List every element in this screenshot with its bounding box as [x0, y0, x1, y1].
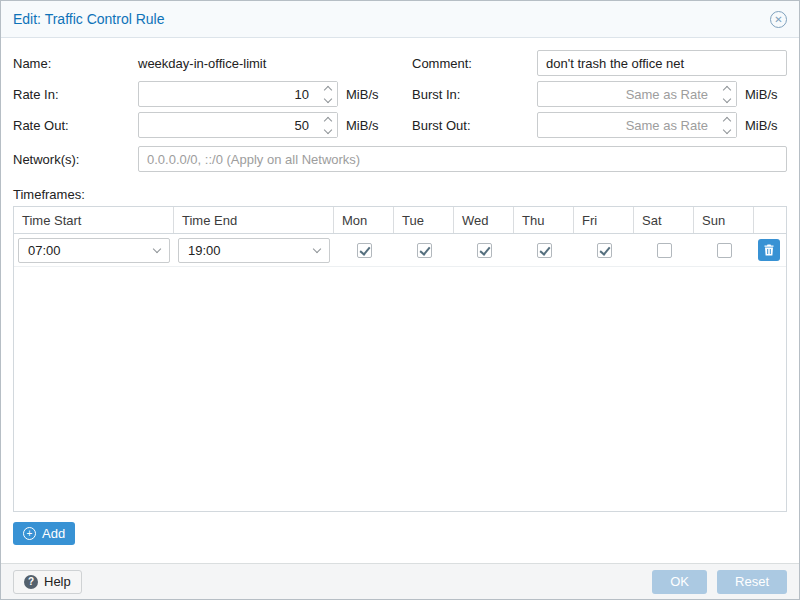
burst-in-spin-buttons[interactable]	[717, 82, 736, 106]
time-end-value: 19:00	[188, 243, 221, 258]
checkbox-mon[interactable]	[357, 243, 372, 258]
help-button-label: Help	[44, 574, 71, 589]
rate-in-input[interactable]	[138, 81, 338, 107]
reset-button[interactable]: Reset	[717, 570, 787, 594]
time-start-combo[interactable]: 07:00	[18, 238, 170, 263]
checkbox-fri[interactable]	[597, 243, 612, 258]
ok-button[interactable]: OK	[652, 570, 707, 594]
timeframes-label: Timeframes:	[13, 184, 787, 204]
timeframes-grid-empty-area	[14, 267, 786, 511]
name-field-row: Name: weekday-in-office-limit	[13, 50, 388, 76]
rate-in-spin-buttons[interactable]	[318, 82, 337, 106]
timeframes-grid-header: Time Start Time End Mon Tue Wed Thu Fri …	[14, 207, 786, 234]
spinner-down-icon[interactable]	[717, 125, 736, 137]
time-end-cell: 19:00	[174, 234, 334, 266]
plus-circle-icon	[23, 527, 36, 540]
comment-field-row: Comment:	[412, 50, 787, 76]
rate-out-spinner[interactable]	[138, 112, 338, 138]
dialog-body: Name: weekday-in-office-limit Comment: R…	[1, 38, 799, 563]
time-start-cell: 07:00	[14, 234, 174, 266]
rate-in-spinner[interactable]	[138, 81, 338, 107]
column-header-time-start[interactable]: Time Start	[14, 207, 174, 233]
networks-label: Network(s):	[13, 152, 138, 167]
column-header-sat[interactable]: Sat	[634, 207, 694, 233]
burst-out-spin-buttons[interactable]	[717, 113, 736, 137]
rate-out-spin-buttons[interactable]	[318, 113, 337, 137]
comment-input[interactable]	[537, 50, 787, 76]
burst-out-label: Burst Out:	[412, 118, 537, 133]
checkbox-sun[interactable]	[717, 243, 732, 258]
chevron-down-icon	[153, 244, 161, 252]
column-header-mon[interactable]: Mon	[334, 207, 394, 233]
spinner-down-icon[interactable]	[318, 94, 337, 106]
rate-out-input[interactable]	[138, 112, 338, 138]
time-start-value: 07:00	[28, 243, 61, 258]
column-header-time-end[interactable]: Time End	[174, 207, 334, 233]
spinner-up-icon[interactable]	[717, 113, 736, 125]
networks-field-row: Network(s):	[13, 146, 787, 172]
chevron-down-icon	[313, 244, 321, 252]
column-header-actions	[754, 207, 786, 233]
spinner-down-icon[interactable]	[318, 125, 337, 137]
burst-out-input[interactable]	[537, 112, 737, 138]
row-actions-cell	[754, 234, 788, 266]
spinner-up-icon[interactable]	[318, 82, 337, 94]
time-end-combo[interactable]: 19:00	[178, 238, 330, 263]
burst-in-label: Burst In:	[412, 87, 537, 102]
edit-traffic-control-rule-dialog: Edit: Traffic Control Rule Name: weekday…	[0, 0, 800, 600]
spinner-up-icon[interactable]	[717, 82, 736, 94]
question-circle-icon	[24, 575, 38, 589]
timeframe-row: 07:00 19:00	[14, 234, 786, 267]
burst-out-unit: MiB/s	[745, 118, 778, 133]
delete-row-button[interactable]	[758, 239, 780, 261]
name-value: weekday-in-office-limit	[138, 56, 266, 71]
burst-in-input[interactable]	[537, 81, 737, 107]
column-header-wed[interactable]: Wed	[454, 207, 514, 233]
timeframes-grid: Time Start Time End Mon Tue Wed Thu Fri …	[13, 206, 787, 512]
spinner-up-icon[interactable]	[318, 113, 337, 125]
burst-in-field-row: Burst In: MiB/s	[412, 81, 787, 107]
column-header-fri[interactable]: Fri	[574, 207, 634, 233]
networks-input[interactable]	[138, 146, 787, 172]
dialog-header: Edit: Traffic Control Rule	[1, 1, 799, 38]
rate-in-field-row: Rate In: MiB/s	[13, 81, 388, 107]
trash-icon	[763, 244, 775, 256]
name-label: Name:	[13, 56, 138, 71]
column-header-thu[interactable]: Thu	[514, 207, 574, 233]
dialog-footer: Help OK Reset	[1, 563, 799, 599]
rate-out-field-row: Rate Out: MiB/s	[13, 112, 388, 138]
burst-in-spinner[interactable]	[537, 81, 737, 107]
rate-in-label: Rate In:	[13, 87, 138, 102]
rate-in-unit: MiB/s	[346, 87, 379, 102]
dialog-title: Edit: Traffic Control Rule	[13, 11, 770, 27]
help-button[interactable]: Help	[13, 570, 82, 594]
form-grid: Name: weekday-in-office-limit Comment: R…	[13, 50, 787, 138]
burst-in-unit: MiB/s	[745, 87, 778, 102]
checkbox-wed[interactable]	[477, 243, 492, 258]
add-button[interactable]: Add	[13, 522, 75, 545]
checkbox-thu[interactable]	[537, 243, 552, 258]
burst-out-spinner[interactable]	[537, 112, 737, 138]
add-button-label: Add	[42, 526, 65, 541]
comment-label: Comment:	[412, 56, 537, 71]
column-header-tue[interactable]: Tue	[394, 207, 454, 233]
checkbox-tue[interactable]	[417, 243, 432, 258]
checkbox-sat[interactable]	[657, 243, 672, 258]
rate-out-label: Rate Out:	[13, 118, 138, 133]
close-icon[interactable]	[770, 11, 787, 28]
column-header-sun[interactable]: Sun	[694, 207, 754, 233]
spinner-down-icon[interactable]	[717, 94, 736, 106]
rate-out-unit: MiB/s	[346, 118, 379, 133]
burst-out-field-row: Burst Out: MiB/s	[412, 112, 787, 138]
